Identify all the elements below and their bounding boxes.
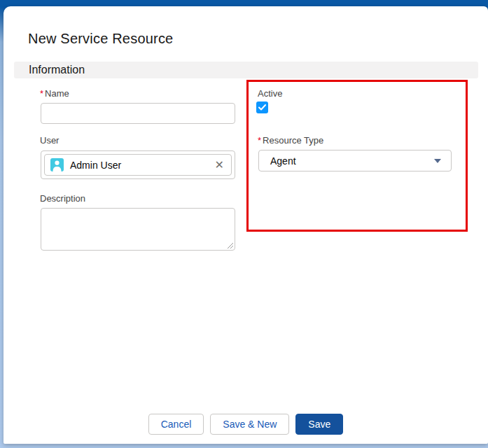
user-avatar-icon [50,158,64,172]
modal-footer: Cancel Save & New Save [4,414,488,435]
user-pill-label: Admin User [70,160,207,171]
modal-title: New Service Resource [28,31,173,47]
save-and-new-button[interactable]: Save & New [210,414,289,435]
resource-type-value: Agent [270,155,434,167]
resource-type-field-label: *Resource Type [258,135,323,146]
active-field-label: Active [258,88,282,99]
required-asterisk: * [258,135,261,146]
resize-grip-icon[interactable] [226,241,233,248]
save-button[interactable]: Save [295,414,343,435]
chevron-down-icon [434,159,441,163]
name-input[interactable] [41,103,235,124]
remove-user-icon[interactable]: ✕ [214,158,225,172]
resource-type-dropdown[interactable]: Agent [258,150,452,172]
description-field-label: Description [40,193,85,204]
user-field-label: User [40,135,59,146]
app-background: New Service Resource Information *Name U… [0,0,488,448]
description-textarea[interactable] [41,208,235,251]
section-title: Information [29,64,85,76]
required-asterisk: * [40,88,43,99]
name-field-label: *Name [40,88,69,99]
user-lookup-field[interactable]: Admin User ✕ [41,150,235,179]
user-selected-pill[interactable]: Admin User ✕ [44,154,232,176]
new-service-resource-modal: New Service Resource Information *Name U… [4,6,488,444]
information-section-header: Information [14,62,478,78]
active-checkbox[interactable] [256,102,268,113]
cancel-button[interactable]: Cancel [148,414,204,435]
